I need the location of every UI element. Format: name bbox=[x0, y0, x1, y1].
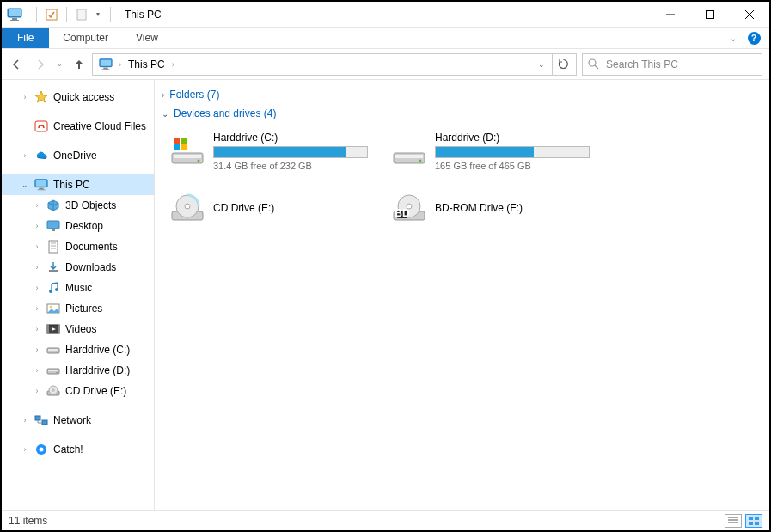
nav-bar: ⌄ › This PC › ⌄ bbox=[2, 49, 769, 80]
address-this-pc-icon bbox=[98, 57, 113, 72]
tree-item[interactable]: ›Documents bbox=[2, 236, 154, 257]
tree-item-label: Harddrive (C:) bbox=[65, 344, 130, 356]
tree-item-label: Downloads bbox=[65, 261, 116, 273]
drive-item[interactable]: Harddrive (D:)165 GB free of 465 GB bbox=[390, 126, 603, 176]
this-pc-icon bbox=[7, 7, 22, 22]
svg-point-41 bbox=[56, 372, 58, 374]
expand-icon[interactable]: › bbox=[33, 366, 41, 375]
onedrive-icon bbox=[34, 149, 48, 162]
tree-onedrive[interactable]: › OneDrive bbox=[2, 145, 154, 166]
drive-icon: BD bbox=[392, 191, 426, 225]
tree-item[interactable]: ›Harddrive (C:) bbox=[2, 339, 154, 360]
svg-rect-19 bbox=[39, 188, 43, 190]
nav-up-button[interactable] bbox=[71, 57, 87, 72]
group-folders-label: Folders (7) bbox=[169, 89, 219, 101]
address-bar[interactable]: › This PC › ⌄ bbox=[92, 53, 577, 76]
content-pane: › Folders (7) ⌄ Devices and drives (4) H… bbox=[155, 80, 769, 510]
refresh-button[interactable] bbox=[552, 54, 574, 75]
tree-catch[interactable]: › Catch! bbox=[2, 439, 154, 460]
svg-rect-1 bbox=[9, 9, 21, 16]
qat-new-folder-icon[interactable] bbox=[72, 5, 91, 24]
catch-icon bbox=[34, 443, 48, 456]
search-input[interactable] bbox=[606, 58, 756, 70]
breadcrumb-sep-icon[interactable]: › bbox=[170, 60, 176, 69]
svg-point-51 bbox=[198, 160, 200, 162]
drive-name: Harddrive (D:) bbox=[435, 131, 602, 144]
tree-item-label: Videos bbox=[65, 323, 96, 335]
folder-icon bbox=[46, 219, 60, 233]
expand-icon[interactable]: › bbox=[33, 345, 41, 354]
drive-item[interactable]: BDBD-ROM Drive (F:) bbox=[390, 183, 603, 233]
qat-dropdown-icon[interactable]: ▾ bbox=[93, 10, 103, 18]
drive-item[interactable]: Harddrive (C:)31.4 GB free of 232 GB bbox=[168, 126, 382, 176]
maximize-button[interactable] bbox=[690, 2, 730, 28]
group-drives-header[interactable]: ⌄ Devices and drives (4) bbox=[160, 104, 764, 123]
svg-rect-27 bbox=[49, 270, 58, 272]
title-bar: ▾ This PC bbox=[2, 2, 769, 28]
tree-item[interactable]: ›Harddrive (D:) bbox=[2, 360, 154, 381]
ribbon: File Computer View ⌄ ? bbox=[2, 28, 769, 49]
tree-creative-cloud[interactable]: Creative Cloud Files bbox=[2, 116, 154, 137]
view-tiles-button[interactable] bbox=[745, 514, 762, 528]
svg-rect-54 bbox=[174, 144, 180, 150]
expand-icon[interactable]: › bbox=[33, 304, 41, 313]
ribbon-expand-icon[interactable]: ⌄ bbox=[730, 28, 737, 48]
tree-item[interactable]: ›CD Drive (E:) bbox=[2, 381, 154, 401]
close-button[interactable] bbox=[730, 2, 769, 28]
drive-icon bbox=[392, 134, 426, 168]
expand-icon[interactable]: › bbox=[33, 387, 41, 395]
status-item-count: 11 items bbox=[9, 515, 47, 527]
chevron-right-icon: › bbox=[162, 90, 164, 100]
nav-history-dropdown[interactable]: ⌄ bbox=[57, 60, 63, 68]
search-box[interactable] bbox=[582, 53, 762, 76]
help-button[interactable]: ? bbox=[743, 28, 764, 48]
breadcrumb-sep-icon[interactable]: › bbox=[117, 60, 123, 69]
breadcrumb-this-pc[interactable]: This PC bbox=[123, 58, 170, 70]
folder-icon bbox=[46, 384, 60, 398]
ribbon-file-tab[interactable]: File bbox=[2, 28, 49, 48]
expand-icon[interactable]: › bbox=[21, 93, 29, 101]
svg-rect-12 bbox=[103, 67, 107, 69]
ribbon-tab-view[interactable]: View bbox=[122, 28, 172, 48]
tree-item[interactable]: ›Pictures bbox=[2, 298, 154, 319]
tree-network[interactable]: › Network bbox=[2, 410, 154, 431]
svg-point-44 bbox=[52, 389, 54, 391]
expand-icon[interactable]: › bbox=[33, 201, 41, 210]
drive-name: Harddrive (C:) bbox=[213, 131, 380, 144]
expand-icon[interactable]: › bbox=[33, 263, 41, 272]
expand-icon[interactable]: › bbox=[21, 445, 29, 454]
drive-usage-bar bbox=[213, 146, 368, 158]
nav-back-button[interactable] bbox=[9, 57, 24, 72]
tree-this-pc[interactable]: ⌄ This PC bbox=[2, 174, 154, 195]
svg-point-48 bbox=[40, 448, 44, 452]
drive-usage-bar bbox=[435, 146, 590, 158]
drive-item[interactable]: CD Drive (E:) bbox=[168, 183, 382, 233]
svg-rect-72 bbox=[749, 522, 753, 525]
tree-item[interactable]: ›Desktop bbox=[2, 216, 154, 236]
tree-item[interactable]: ›Downloads bbox=[2, 257, 154, 278]
group-folders-header[interactable]: › Folders (7) bbox=[160, 85, 764, 104]
expand-icon[interactable]: › bbox=[33, 284, 41, 292]
svg-rect-40 bbox=[48, 370, 58, 371]
tree-item[interactable]: ›3D Objects bbox=[2, 195, 154, 216]
collapse-icon[interactable]: ⌄ bbox=[21, 180, 29, 189]
view-details-button[interactable] bbox=[725, 514, 742, 528]
tree-item[interactable]: ›Music bbox=[2, 278, 154, 298]
ribbon-tab-computer[interactable]: Computer bbox=[49, 28, 122, 48]
tree-quick-access[interactable]: › Quick access bbox=[2, 87, 154, 107]
expand-icon[interactable]: › bbox=[21, 416, 29, 425]
svg-line-15 bbox=[595, 65, 598, 69]
tree-item-label: CD Drive (E:) bbox=[65, 385, 126, 397]
qat-properties-icon[interactable] bbox=[42, 5, 61, 24]
expand-icon[interactable]: › bbox=[33, 242, 41, 251]
expand-icon[interactable]: › bbox=[33, 222, 41, 230]
nav-forward-button[interactable] bbox=[33, 57, 48, 72]
address-history-dropdown[interactable]: ⌄ bbox=[531, 60, 552, 69]
folder-icon bbox=[46, 322, 60, 336]
expand-icon[interactable]: › bbox=[21, 151, 29, 160]
expand-icon[interactable]: › bbox=[33, 325, 41, 333]
tree-item[interactable]: ›Videos bbox=[2, 319, 154, 339]
chevron-down-icon: ⌄ bbox=[162, 109, 168, 119]
minimize-button[interactable] bbox=[651, 2, 690, 28]
svg-rect-34 bbox=[47, 325, 49, 333]
